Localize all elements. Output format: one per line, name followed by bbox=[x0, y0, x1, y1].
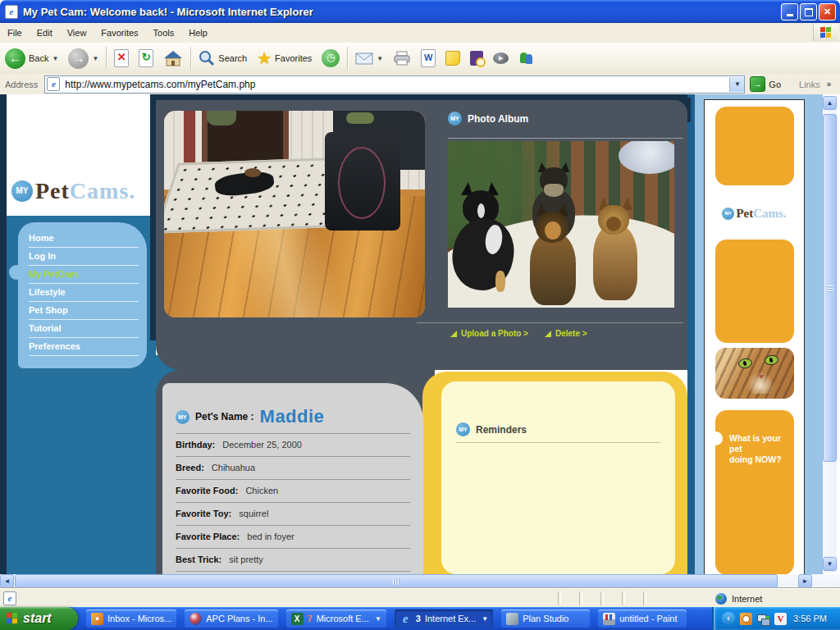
menu-tools[interactable]: Tools bbox=[146, 28, 182, 38]
menu-file[interactable]: File bbox=[0, 28, 30, 38]
history-icon: ◷ bbox=[322, 49, 340, 67]
menu-bar: File Edit View Favorites Tools Help bbox=[0, 23, 840, 43]
mail-icon bbox=[355, 52, 373, 65]
taskbar-group-excel[interactable]: X 7 Microsoft E... ▼ bbox=[286, 609, 386, 628]
sidebar-item-login[interactable]: Log In bbox=[29, 248, 139, 266]
site-logo[interactable]: MY PetCams. bbox=[11, 178, 135, 204]
sidebar-item-preferences[interactable]: Preferences bbox=[29, 338, 139, 356]
discuss-button[interactable] bbox=[441, 44, 465, 72]
messenger-button[interactable]: ▶ bbox=[488, 44, 514, 72]
search-button[interactable]: Search bbox=[194, 44, 252, 72]
internet-zone-icon bbox=[715, 593, 727, 605]
toolbar-separator bbox=[106, 47, 107, 70]
pet-info-row-birthday: Birthday:December 25, 2000 bbox=[176, 434, 410, 457]
favorites-button[interactable]: ★ Favorites bbox=[252, 44, 317, 72]
address-dropdown-button[interactable]: ▼ bbox=[729, 77, 744, 92]
tray-clock: 3:56 PM bbox=[793, 614, 827, 623]
back-icon: ← bbox=[5, 48, 25, 69]
forward-dropdown-icon[interactable]: ▼ bbox=[92, 55, 98, 62]
photo-album-rule bbox=[448, 138, 683, 139]
status-bar: e Internet bbox=[0, 588, 840, 608]
taskbar-item-apc-plans[interactable]: APC Plans - In... bbox=[185, 609, 277, 628]
taskbar-item-paint[interactable]: untitled - Paint bbox=[598, 609, 687, 628]
toolbar-separator bbox=[190, 47, 191, 70]
home-button[interactable] bbox=[158, 44, 188, 72]
sidebar-ad-block-middle[interactable] bbox=[715, 240, 794, 343]
mail-button[interactable]: ▼ bbox=[350, 44, 388, 72]
sidebar-item-petshop[interactable]: Pet Shop bbox=[29, 302, 139, 320]
scroll-up-button[interactable]: ▲ bbox=[823, 96, 837, 110]
forward-icon: → bbox=[68, 48, 89, 69]
logo-cams-text: Cams. bbox=[70, 178, 135, 203]
refresh-button[interactable]: ↻ bbox=[134, 44, 158, 72]
favorites-star-icon: ★ bbox=[257, 50, 272, 66]
reminders-header: MY Reminders bbox=[456, 422, 660, 443]
research-button[interactable] bbox=[465, 44, 488, 72]
stop-button[interactable]: ✕ bbox=[109, 44, 134, 72]
tray-antivirus-icon[interactable]: V bbox=[774, 613, 787, 625]
upload-photo-link[interactable]: Upload a Photo > bbox=[450, 329, 528, 338]
sidebar-logo[interactable]: MY PetCams. bbox=[705, 207, 804, 221]
delete-photo-link[interactable]: Delete > bbox=[545, 329, 587, 338]
link-triangle-icon bbox=[545, 331, 551, 337]
window-title: My Pet Cam: Welcome back! - Microsoft In… bbox=[23, 6, 313, 18]
pet-info-row-toy: Favorite Toy:squirrel bbox=[176, 503, 410, 526]
scroll-down-button[interactable]: ▼ bbox=[823, 557, 837, 571]
sidebar-item-tutorial[interactable]: Tutorial bbox=[29, 320, 139, 338]
sidebar-nav: Home Log In My PetCam Lifestyle Pet Shop… bbox=[18, 222, 147, 368]
ie-window-icon: e bbox=[5, 5, 18, 19]
sidebar-item-home[interactable]: Home bbox=[29, 230, 139, 248]
address-bar: Address e ▼ → Go Links » bbox=[0, 74, 840, 96]
page-left-margin bbox=[0, 94, 7, 574]
photo-album-image bbox=[448, 141, 674, 308]
tray-reminder-icon[interactable] bbox=[740, 613, 752, 625]
menu-help[interactable]: Help bbox=[181, 28, 215, 38]
menu-view[interactable]: View bbox=[60, 28, 94, 38]
sidebar-item-mypetcam[interactable]: My PetCam bbox=[29, 266, 139, 284]
go-button[interactable]: → Go bbox=[750, 76, 781, 92]
menu-favorites[interactable]: Favorites bbox=[94, 28, 145, 38]
vertical-scroll-thumb[interactable] bbox=[823, 114, 837, 462]
photo-album-my-badge: MY bbox=[448, 112, 462, 126]
tray-collapse-chevron[interactable]: ‹ bbox=[722, 612, 735, 625]
address-input[interactable] bbox=[63, 78, 729, 91]
msn-button[interactable] bbox=[514, 44, 538, 72]
horizontal-scroll-thumb[interactable] bbox=[15, 574, 778, 588]
pet-info-row-breed: Breed:Chihuahua bbox=[176, 457, 410, 480]
content-right-edge bbox=[687, 94, 695, 574]
scroll-right-button[interactable]: ► bbox=[798, 574, 812, 588]
right-sidebar: MY PetCams. What is your pet doing NOW? bbox=[704, 99, 805, 574]
logo-my-badge: MY bbox=[11, 180, 33, 202]
tray-network-icon[interactable] bbox=[757, 613, 769, 625]
internet-zone-label: Internet bbox=[732, 594, 762, 604]
sidebar-ad-block-top[interactable] bbox=[715, 107, 794, 185]
link-triangle-icon bbox=[450, 331, 457, 337]
vertical-scrollbar[interactable]: ▲ ▼ bbox=[823, 96, 837, 573]
restore-button[interactable] bbox=[800, 3, 817, 21]
webcam-pet-crate bbox=[325, 132, 400, 231]
scroll-left-button[interactable]: ◄ bbox=[0, 574, 14, 588]
horizontal-scrollbar[interactable]: ◄ ► bbox=[0, 574, 840, 588]
history-button[interactable]: ◷ bbox=[317, 44, 345, 72]
go-arrow-icon: → bbox=[750, 76, 765, 92]
windows-logo-throbber bbox=[813, 24, 838, 41]
taskbar-group-internet-explorer[interactable]: e 3 Internet Ex... ▼ bbox=[395, 609, 493, 628]
taskbar-item-plan-studio[interactable]: Plan Studio bbox=[501, 609, 590, 628]
forward-button[interactable]: → ▼ bbox=[63, 44, 103, 72]
mail-dropdown-icon[interactable]: ▼ bbox=[377, 55, 383, 62]
print-button[interactable] bbox=[388, 44, 416, 72]
stop-icon: ✕ bbox=[114, 49, 129, 67]
close-button[interactable]: ✕ bbox=[819, 3, 836, 21]
back-button[interactable]: ← Back ▼ bbox=[0, 44, 63, 72]
sidebar-item-lifestyle[interactable]: Lifestyle bbox=[29, 284, 139, 302]
start-button[interactable]: start bbox=[0, 607, 78, 630]
reminders-title: Reminders bbox=[476, 424, 527, 436]
search-icon bbox=[199, 50, 215, 66]
back-dropdown-icon[interactable]: ▼ bbox=[52, 55, 58, 62]
taskbar-item-inbox[interactable]: Inbox - Micros... bbox=[86, 609, 176, 628]
links-label[interactable]: Links bbox=[799, 80, 820, 89]
links-chevron-icon[interactable]: » bbox=[827, 80, 832, 89]
menu-edit[interactable]: Edit bbox=[30, 28, 60, 38]
minimize-button[interactable] bbox=[781, 3, 798, 21]
edit-with-word-button[interactable]: W bbox=[416, 44, 441, 72]
